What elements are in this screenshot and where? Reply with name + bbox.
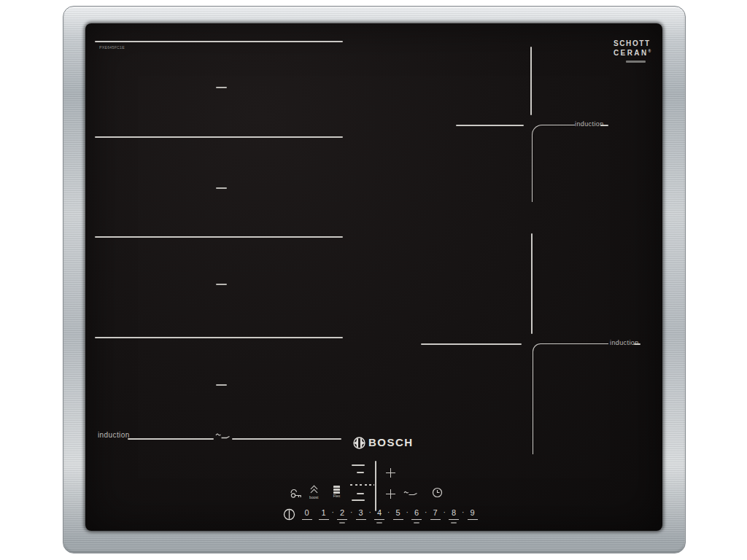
level-underline	[374, 519, 384, 521]
flex-zone-line	[232, 438, 341, 440]
boost-key-label: boost	[309, 495, 318, 499]
power-level-label: 8	[452, 508, 456, 517]
flex-zone-line	[95, 136, 343, 138]
power-key-2[interactable]: 2	[336, 508, 349, 520]
level-submark	[376, 522, 382, 524]
zone-corner-bracket	[532, 125, 575, 202]
bosch-wordmark: BOSCH	[368, 436, 414, 448]
pan-icon	[215, 432, 230, 441]
power-level-label: 3	[358, 508, 363, 517]
level-separator-dot: ·	[423, 508, 430, 517]
level-separator-dot: ·	[330, 508, 336, 517]
ceran-word: CERAN	[614, 49, 649, 57]
power-level-label: 2	[340, 508, 344, 517]
power-key-6[interactable]: 6	[411, 508, 423, 520]
pan-position-marker	[216, 187, 227, 189]
pan-position-marker	[216, 384, 227, 386]
level-separator-dot: ·	[441, 508, 448, 517]
power-key-1[interactable]: 1	[317, 508, 330, 520]
product-photo-induction-hob: PXE645FC1E induction induction induction…	[0, 0, 747, 560]
clock-icon[interactable]	[432, 487, 443, 498]
timer-dotted-line	[350, 484, 374, 486]
power-key-8[interactable]: 8	[448, 508, 460, 520]
pan-position-marker	[216, 87, 227, 88]
level-separator-dot: ·	[349, 508, 355, 517]
flex-key-label: Flex	[333, 494, 339, 498]
power-key-3[interactable]: 3	[355, 508, 367, 520]
timer-minus-key-top[interactable]	[357, 472, 364, 473]
level-submark	[414, 522, 419, 524]
level-underline	[337, 519, 347, 521]
flex-zone-line	[128, 438, 214, 440]
flex-zone-icon	[333, 486, 340, 494]
power-level-label: 7	[433, 508, 437, 517]
power-level-label: 1	[321, 508, 325, 517]
boost-key[interactable]: boost	[304, 486, 323, 503]
level-underline	[449, 519, 459, 521]
power-key-7[interactable]: 7	[429, 508, 441, 520]
flex-zone-line	[95, 337, 343, 338]
model-code: PXE645FC1E	[99, 45, 125, 50]
pan-position-marker	[216, 284, 227, 285]
level-separator-dot: ·	[367, 508, 374, 517]
timer-display-bar-top	[352, 464, 365, 466]
zone-cross-line	[634, 343, 640, 345]
zone-cross-line	[600, 125, 608, 126]
power-standby-icon[interactable]	[283, 508, 295, 521]
power-key-0[interactable]: 0	[301, 508, 313, 520]
level-underline	[430, 519, 441, 521]
power-key-5[interactable]: 5	[392, 508, 404, 520]
flex-zone-line	[95, 41, 343, 42]
power-key-9[interactable]: 9	[466, 508, 479, 520]
zone-label-induction-top-right: induction	[575, 120, 604, 128]
level-underline	[319, 519, 329, 521]
schott-ceran-logo: SCHOTT CERAN®	[614, 39, 672, 57]
timer-divider-line	[375, 461, 376, 511]
level-separator-dot: ·	[460, 508, 467, 517]
zone-cross-line	[421, 343, 522, 345]
level-underline	[302, 519, 312, 521]
power-level-label: 9	[470, 508, 474, 517]
zone-cross-line	[531, 233, 533, 334]
zone-label-induction-bottom-right: induction	[610, 339, 639, 346]
schott-ceran-line2: CERAN®	[614, 47, 672, 57]
bosch-emblem-icon	[352, 436, 366, 450]
flex-zone-line	[95, 236, 343, 238]
level-underline	[411, 519, 422, 521]
zone-label-induction-left: induction	[98, 431, 130, 439]
zone-corner-bracket	[533, 343, 608, 454]
ceramic-glass-surface	[85, 23, 662, 531]
zone-cross-line	[456, 125, 524, 126]
power-level-label: 0	[304, 508, 309, 517]
zone-cross-line	[530, 47, 532, 115]
timer-plus-key-top[interactable]	[386, 468, 395, 478]
power-level-label: 4	[377, 508, 382, 517]
child-lock-key-icon[interactable]	[289, 488, 303, 499]
timer-plus-key-bottom[interactable]	[386, 489, 395, 499]
timer-minus-key-bottom[interactable]	[357, 493, 364, 494]
timer-display-bar-bottom	[352, 499, 365, 501]
level-underline	[468, 519, 478, 521]
level-separator-dot: ·	[386, 508, 392, 517]
power-key-4[interactable]: 4	[374, 508, 386, 520]
schott-ceran-line1: SCHOTT	[614, 39, 672, 47]
level-underline	[356, 519, 366, 521]
level-underline	[393, 519, 403, 521]
level-separator-dot: ·	[404, 508, 411, 517]
pan-detection-icon[interactable]	[403, 490, 418, 498]
power-level-slider[interactable]: 0 1 · 2 · 3 · 4 · 5 · 6 · 7 · 8 · 9	[301, 508, 479, 524]
registered-mark: ®	[649, 49, 653, 53]
level-submark	[339, 522, 345, 524]
level-submark	[451, 522, 457, 524]
ceran-fineprint-bar	[626, 61, 646, 63]
power-level-label: 5	[395, 508, 400, 517]
power-level-label: 6	[414, 508, 419, 517]
flex-key[interactable]: Flex	[327, 486, 346, 502]
